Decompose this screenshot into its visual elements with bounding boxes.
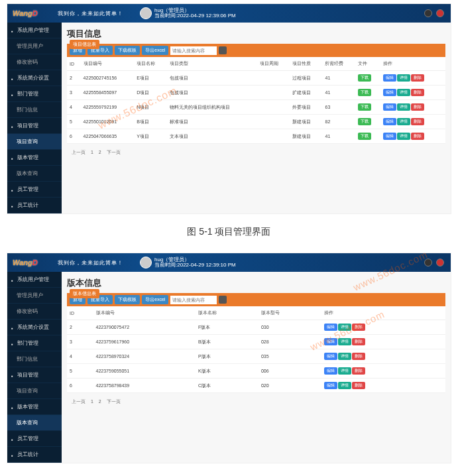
header-btn-1[interactable] <box>424 259 432 267</box>
pager-next[interactable]: 下一页 <box>107 399 121 404</box>
download-button[interactable]: 下载 <box>358 89 371 96</box>
table-row: 64225047066635Y项目文本项目新建项目41下载编辑详情删除 <box>67 129 445 144</box>
delete-button[interactable]: 删除 <box>411 103 424 111</box>
delete-button[interactable]: 删除 <box>411 118 424 125</box>
detail-button[interactable]: 详情 <box>397 89 410 96</box>
edit-button[interactable]: 编辑 <box>324 353 337 360</box>
pager-2[interactable]: 2 <box>99 150 101 154</box>
sidebar-item[interactable]: ▪系统简介设置 <box>7 320 62 335</box>
pager: 上一页 1 2 下一页 <box>67 144 445 161</box>
sidebar-item[interactable]: ▪版本管理 <box>7 399 62 415</box>
sidebar-item[interactable]: 管理员用户 <box>7 288 62 304</box>
detail-button[interactable]: 详情 <box>338 324 351 331</box>
sidebar-item-label: 员工统计 <box>17 202 38 209</box>
pager-1[interactable]: 1 <box>91 150 93 154</box>
edit-button[interactable]: 编辑 <box>383 118 396 125</box>
search-icon[interactable] <box>219 46 227 54</box>
sidebar-item[interactable]: ▪版本管理 <box>7 150 62 166</box>
delete-button[interactable]: 删除 <box>411 133 424 140</box>
edit-button[interactable]: 编辑 <box>324 367 337 375</box>
pager-2[interactable]: 2 <box>99 399 101 404</box>
sidebar-item-label: 部门管理 <box>17 339 38 347</box>
detail-button[interactable]: 详情 <box>397 133 410 140</box>
delete-button[interactable]: 删除 <box>411 89 424 96</box>
layers-icon: ▪ <box>11 405 15 409</box>
sidebar-item[interactable]: 项目查询 <box>7 134 62 150</box>
sidebar-item-label: 版本管理 <box>17 154 38 161</box>
sidebar-item[interactable]: ▪员工管理 <box>7 431 62 447</box>
pager-next[interactable]: 下一页 <box>107 150 121 154</box>
detail-button[interactable]: 详情 <box>397 74 410 82</box>
search-input[interactable] <box>170 46 217 55</box>
sidebar-item-label: 系统简介设置 <box>17 74 49 82</box>
sidebar-item[interactable]: 版本查询 <box>7 166 62 182</box>
sidebar-item[interactable]: 管理员用户 <box>7 38 62 54</box>
sidebar-item[interactable]: ▪项目管理 <box>7 118 62 134</box>
download-template-button[interactable]: 下载模板 <box>115 295 140 304</box>
logo: WangD <box>13 259 38 267</box>
delete-button[interactable]: 删除 <box>352 338 365 345</box>
table-row: 54223759055051K版本006编辑详情删除 <box>67 364 445 379</box>
sidebar-item-label: 修改密码 <box>17 58 38 66</box>
export-excel-button[interactable]: 导出excel <box>142 46 168 55</box>
sidebar-item[interactable]: 修改密码 <box>7 304 62 320</box>
sidebar-item[interactable]: 部门信息 <box>7 351 62 367</box>
edit-button[interactable]: 编辑 <box>383 133 396 140</box>
sidebar-item[interactable]: ▪员工统计 <box>7 447 62 463</box>
edit-button[interactable]: 编辑 <box>383 74 396 82</box>
avatar[interactable] <box>140 7 152 19</box>
export-excel-button[interactable]: 导出excel <box>142 295 168 304</box>
edit-button[interactable]: 编辑 <box>383 89 396 96</box>
sidebar-item[interactable]: ▪部门管理 <box>7 335 62 351</box>
sidebar-item-label: 修改密码 <box>17 308 38 315</box>
sidebar-item[interactable]: 版本查询 <box>7 415 62 431</box>
detail-button[interactable]: 详情 <box>338 382 351 389</box>
sidebar-item-label: 员工统计 <box>17 451 38 458</box>
avatar[interactable] <box>140 257 152 268</box>
sidebar: ▪系统用户管理管理员用户修改密码▪系统简介设置▪部门管理部门信息▪项目管理项目查… <box>7 272 62 463</box>
delete-button[interactable]: 删除 <box>352 367 365 375</box>
column-header: 版本名称 <box>196 306 258 320</box>
sidebar-item[interactable]: ▪系统用户管理 <box>7 23 62 38</box>
sidebar-item[interactable]: 部门信息 <box>7 102 62 118</box>
column-header: 操作 <box>380 57 445 71</box>
edit-button[interactable]: 编辑 <box>324 324 337 331</box>
content-panel: www.56doc.com www.56doc.com 版本信息 版本信息表 新… <box>62 272 451 463</box>
download-button[interactable]: 下载 <box>358 133 371 140</box>
search-input[interactable] <box>170 296 217 304</box>
header-btn-close[interactable] <box>436 259 444 267</box>
header-btn-1[interactable] <box>424 9 432 17</box>
download-button[interactable]: 下载 <box>358 74 371 82</box>
delete-button[interactable]: 删除 <box>352 324 365 331</box>
pager-prev[interactable]: 上一页 <box>72 150 86 154</box>
delete-button[interactable]: 删除 <box>352 353 365 360</box>
sidebar-item[interactable]: ▪系统用户管理 <box>7 272 62 288</box>
sidebar-item[interactable]: ▪员工统计 <box>7 198 62 213</box>
pager-prev[interactable]: 上一页 <box>72 399 86 404</box>
edit-button[interactable]: 编辑 <box>324 338 337 345</box>
sidebar-item[interactable]: 项目查询 <box>7 383 62 399</box>
sidebar-item[interactable]: ▪系统简介设置 <box>7 70 62 86</box>
download-button[interactable]: 下载 <box>358 118 371 125</box>
detail-button[interactable]: 详情 <box>338 338 351 345</box>
sidebar-item[interactable]: ▪项目管理 <box>7 367 62 383</box>
user-icon: ▪ <box>11 29 15 32</box>
delete-button[interactable]: 删除 <box>411 74 424 82</box>
search-icon[interactable] <box>219 296 227 304</box>
detail-button[interactable]: 详情 <box>338 367 351 375</box>
delete-button[interactable]: 删除 <box>352 382 365 389</box>
sidebar-item[interactable]: 修改密码 <box>7 54 62 70</box>
header-btn-close[interactable] <box>436 9 444 17</box>
sidebar-item[interactable]: ▪部门管理 <box>7 86 62 102</box>
detail-button[interactable]: 详情 <box>397 103 410 111</box>
detail-button[interactable]: 详情 <box>397 118 410 125</box>
download-template-button[interactable]: 下载模板 <box>115 46 140 55</box>
pager-1[interactable]: 1 <box>91 399 93 404</box>
edit-button[interactable]: 编辑 <box>324 382 337 389</box>
grid-icon: ▪ <box>11 92 15 96</box>
user-box: hug（管理员） 当前时间:2022-04-29 12:39:10 PM <box>140 257 236 268</box>
edit-button[interactable]: 编辑 <box>383 103 396 111</box>
sidebar-item[interactable]: ▪员工管理 <box>7 182 62 198</box>
download-button[interactable]: 下载 <box>358 103 371 111</box>
detail-button[interactable]: 详情 <box>338 353 351 360</box>
